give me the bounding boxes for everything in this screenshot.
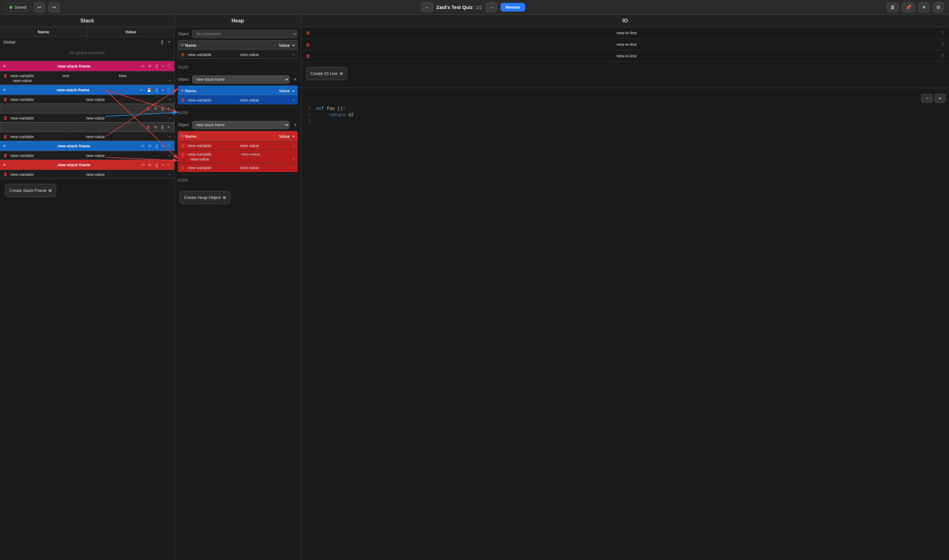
review-button[interactable]: Review	[500, 3, 525, 12]
heap-var-val-3-2b: new-value	[190, 157, 292, 162]
frame-header-2[interactable]: ≡ new-stack-frame ↩ 💾 {} + ⠿	[0, 85, 174, 95]
frame-add-5[interactable]: +	[161, 143, 165, 149]
line-num-2: 2	[305, 112, 311, 118]
frame-header-4[interactable]: 🗑 ↻ {} +	[0, 122, 174, 132]
frame-json-1[interactable]: {}	[154, 64, 159, 69]
frame-add-4[interactable]: +	[167, 125, 171, 130]
code-line-2: 2 return 42	[305, 112, 946, 118]
var-delete-4-1[interactable]: 🗑	[3, 134, 8, 139]
heap-add-1[interactable]: +	[292, 43, 295, 48]
var-add-5-1[interactable]: +	[169, 153, 171, 158]
heap-obj-close-3[interactable]: ×	[293, 122, 298, 128]
frame-refresh-1[interactable]: ↻	[148, 64, 152, 69]
frame-json-5[interactable]: {}	[154, 143, 159, 149]
io-delete-2[interactable]: 🗑	[306, 42, 310, 47]
io-line-2: 🗑 new-io-line ⠿	[301, 39, 949, 50]
undo-button[interactable]: ↩	[34, 2, 45, 12]
pin-button[interactable]: 📌	[902, 2, 915, 12]
io-drag-2[interactable]: ⠿	[941, 42, 944, 48]
frame-name-5: new-stack-frame	[57, 143, 90, 148]
frame-json-6[interactable]: {}	[154, 162, 159, 168]
create-stack-frame-button[interactable]: Create Stack Frame ⊕	[5, 184, 56, 197]
heap-constructor-select-2[interactable]: new-stack-frame	[192, 75, 290, 84]
frame-header-5[interactable]: ≡ new-stack-frame ↩ ↻ {} + ⠿	[0, 141, 174, 151]
prev-page-button[interactable]: ←	[421, 2, 433, 12]
frame-delete-3[interactable]: 🗑	[145, 106, 151, 111]
frame-header-1[interactable]: ≡ new-stack-frame ↩ ↻ {} + ⠿	[0, 61, 174, 71]
topbar-center: ← Zaid's Test Quiz 1/2 → Review	[421, 2, 525, 12]
frame-add-1[interactable]: +	[161, 64, 165, 69]
saved-button[interactable]: Saved	[5, 3, 31, 11]
var-add-2-1[interactable]: +	[169, 97, 171, 102]
zoom-plus-button[interactable]: +	[935, 94, 946, 103]
stack-frame-3: 🗑 ↻ {} + 🗑 new-variable new-value +	[0, 104, 174, 122]
frame-refresh-3[interactable]: ↻	[153, 106, 158, 111]
heap-add-3[interactable]: +	[292, 134, 295, 139]
frame-return-1[interactable]: ↩	[140, 64, 145, 69]
frame-actions-6: ↩ ↻ {} + ⠿	[140, 162, 171, 168]
heap-obj-header-2: Object new-stack-frame ×	[178, 75, 298, 84]
frame-add-6[interactable]: +	[161, 162, 165, 168]
var-val-3-1: new-value	[86, 115, 161, 120]
stack-col-value: Value	[87, 27, 174, 37]
var-delete-5-1[interactable]: 🗑	[3, 153, 8, 158]
frame-return-2[interactable]: ↩	[139, 88, 144, 92]
frame-refresh-4[interactable]: ↻	[153, 125, 158, 130]
frame-return-5[interactable]: ↩	[140, 143, 145, 149]
var-add-6-1[interactable]: +	[169, 172, 171, 177]
heap-obj-close-2[interactable]: ×	[293, 76, 298, 83]
delete-button[interactable]: 🗑	[887, 2, 899, 12]
frame-add-2[interactable]: +	[161, 88, 165, 92]
var-delete-1-1[interactable]: 🗑	[3, 73, 8, 78]
heap-var-add-3-2[interactable]: +	[292, 157, 295, 162]
io-delete-1[interactable]: 🗑	[306, 31, 310, 35]
heap-delete-3-3[interactable]: 🗑	[181, 165, 185, 170]
next-page-button[interactable]: →	[485, 2, 497, 12]
heap-delete-3-2[interactable]: 🗑	[181, 152, 185, 157]
global-add-button[interactable]: +	[167, 39, 171, 45]
frame-add-3[interactable]: +	[167, 106, 171, 111]
heap-delete-2-1[interactable]: 🗑	[181, 97, 185, 103]
line-content-2: return 42	[316, 112, 354, 118]
heap-var-add-2-1[interactable]: +	[292, 98, 295, 103]
frame-refresh-5[interactable]: ↻	[148, 143, 152, 149]
io-drag-3[interactable]: ⠿	[941, 53, 944, 59]
heap-var-add-1-1[interactable]: +	[292, 52, 295, 57]
frame-return-6[interactable]: ↩	[140, 162, 145, 168]
redo-button[interactable]: ↪	[48, 2, 60, 12]
frame-json-4[interactable]: {}	[160, 125, 165, 130]
var-val-4-1: new-value	[86, 134, 161, 139]
var-add-4-1[interactable]: +	[169, 134, 171, 139]
frame-delete-4[interactable]: 🗑	[145, 125, 151, 130]
heap-delete-1-1[interactable]: 🗑	[181, 52, 185, 57]
zoom-minus-button[interactable]: −	[921, 94, 932, 103]
heap-add-2[interactable]: +	[292, 88, 295, 93]
frame-json-2[interactable]: {}	[154, 88, 159, 92]
global-json-button[interactable]: {}	[160, 39, 165, 45]
frame-json-3[interactable]: {}	[160, 106, 165, 111]
heap-var-add-3-3[interactable]: +	[292, 165, 295, 170]
var-delete-3-1[interactable]: 🗑	[3, 115, 8, 120]
io-drag-1[interactable]: ⠿	[941, 30, 944, 36]
io-delete-3[interactable]: 🗑	[306, 54, 310, 58]
create-io-button[interactable]: Create IO Line ⊕	[306, 67, 347, 80]
heap-var-add-3-1[interactable]: +	[292, 143, 295, 148]
heap-constructor-select-3[interactable]: new-stack-frame	[192, 121, 290, 129]
frame-save-2[interactable]: 💾	[146, 88, 152, 92]
heap-var-name-3-2: new-variable	[188, 152, 241, 157]
heap-constructor-select-1[interactable]: No constructor	[192, 30, 298, 38]
frame-var-row-6-1: 🗑 new-variable new-value +	[0, 170, 174, 178]
var-add-1-1[interactable]: +	[169, 78, 171, 83]
var-delete-6-1[interactable]: 🗑	[3, 172, 8, 177]
page-indicator: 1/2	[476, 5, 482, 10]
frame-header-6[interactable]: ≡ new-stack-frame ↩ ↻ {} + ⠿	[0, 160, 174, 170]
create-heap-object-button[interactable]: Create Heap Object ⊕	[180, 191, 230, 204]
frame-refresh-6[interactable]: ↻	[148, 162, 152, 168]
theme-button[interactable]: ☀	[918, 2, 929, 12]
create-heap-icon: ⊕	[223, 195, 226, 200]
frame-header-3[interactable]: 🗑 ↻ {} +	[0, 104, 174, 114]
heap-delete-3-1[interactable]: 🗑	[181, 143, 185, 148]
var-delete-2-1[interactable]: 🗑	[3, 97, 8, 102]
var-add-3-1[interactable]: +	[169, 115, 171, 120]
settings-button[interactable]: ⚙	[933, 2, 944, 12]
